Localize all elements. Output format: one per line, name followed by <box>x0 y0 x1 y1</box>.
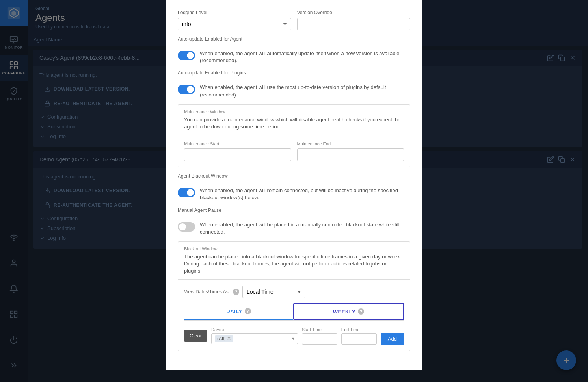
maintenance-window-desc: You can provide a maintenance window whi… <box>184 116 404 130</box>
manual-pause-desc: When enabled, the agent will be placed i… <box>200 221 410 236</box>
days-field-group: Day(s) (All) ✕ ▾ <box>211 327 298 344</box>
timezone-select[interactable]: Local Time UTC Agent Time <box>242 286 305 298</box>
auto-update-plugins-toggle[interactable] <box>178 85 195 94</box>
schedule-tabs: DAILY ? WEEKLY ? <box>184 303 404 321</box>
manual-pause-toggle-row: When enabled, the agent will be placed i… <box>178 221 410 236</box>
version-override-input[interactable] <box>297 18 411 30</box>
agent-config-modal: Logging Level info debug warn error Vers… <box>166 0 422 370</box>
weekly-info-icon[interactable]: ? <box>358 308 364 315</box>
version-override-label: Version Override <box>297 10 411 15</box>
auto-update-plugins-label-row: Auto-update Enabled for Plugins <box>178 70 410 78</box>
view-dates-label: View Dates/Times As: <box>184 289 230 295</box>
toggle-slider <box>178 51 195 60</box>
start-time-group: Start Time <box>302 327 337 345</box>
days-tag-all: (All) ✕ <box>215 335 233 342</box>
days-tag-close[interactable]: ✕ <box>227 336 231 341</box>
maintenance-start-field: Maintenance Start <box>184 141 291 161</box>
view-dates-info-icon[interactable]: ? <box>233 289 239 295</box>
tab-daily[interactable]: DAILY ? <box>184 303 293 320</box>
agent-blackout-window-toggle[interactable] <box>178 188 195 197</box>
logging-select[interactable]: info debug warn error <box>178 18 291 30</box>
maintenance-fields: Maintenance Start Maintenance End <box>178 135 410 167</box>
version-override-group: Version Override <box>297 10 411 30</box>
maintenance-window-box: Maintenance Window You can provide a mai… <box>178 104 410 167</box>
blackout-window-label: Agent Blackout Window <box>178 173 228 179</box>
maintenance-start-input[interactable] <box>184 148 291 161</box>
maintenance-header: Maintenance Window You can provide a mai… <box>178 105 410 135</box>
auto-update-agent-label: Auto-update Enabled for Agent <box>178 36 242 42</box>
end-time-input[interactable] <box>341 333 377 345</box>
days-select[interactable]: (All) ✕ ▾ <box>211 333 298 344</box>
logging-label: Logging Level <box>178 10 291 15</box>
daily-info-icon[interactable]: ? <box>245 308 251 314</box>
auto-update-plugins-label: Auto-update Enabled for Plugins <box>178 70 246 76</box>
manual-agent-pause-toggle[interactable] <box>178 222 195 232</box>
auto-update-plugins-desc: When enabled, the agent will use the mos… <box>200 84 410 98</box>
days-chevron-icon: ▾ <box>292 336 294 341</box>
end-time-group: End Time <box>341 327 377 345</box>
logging-group: Logging Level info debug warn error <box>178 10 291 30</box>
start-time-input[interactable] <box>302 333 337 345</box>
auto-update-plugins-label-group: Auto-update Enabled for Plugins <box>178 70 246 78</box>
maintenance-start-label: Maintenance Start <box>184 141 291 146</box>
tab-weekly[interactable]: WEEKLY ? <box>293 303 404 320</box>
toggle-slider-plugins <box>178 85 195 94</box>
schedule-row: Clear Day(s) (All) ✕ ▾ <box>184 326 404 345</box>
auto-update-agent-toggle-row: When enabled, the agent will automatical… <box>178 50 410 64</box>
modal-overlay: Logging Level info debug warn error Vers… <box>0 0 588 382</box>
toggle-slider-blackout <box>178 188 195 197</box>
blackout-window-box: Blackout Window The agent can be placed … <box>178 241 410 352</box>
tab-weekly-label: WEEKLY <box>333 309 355 315</box>
blackout-window-box-label: Blackout Window <box>184 247 404 251</box>
auto-update-agent-row: Auto-update Enabled for Agent <box>178 36 410 44</box>
days-label: Day(s) <box>211 327 298 332</box>
maintenance-window-label: Maintenance Window <box>184 109 404 114</box>
logging-version-row: Logging Level info debug warn error Vers… <box>178 10 410 30</box>
clear-button[interactable]: Clear <box>184 330 207 342</box>
add-button[interactable]: Add <box>381 333 404 345</box>
tab-daily-label: DAILY <box>226 308 242 314</box>
maintenance-end-input[interactable] <box>297 148 404 161</box>
toggle-slider-manual <box>178 222 195 232</box>
blackout-window-label-row: Agent Blackout Window <box>178 173 410 181</box>
auto-update-agent-label-group: Auto-update Enabled for Agent <box>178 36 242 44</box>
blackout-window-box-desc: The agent can be placed into a blackout … <box>184 253 404 275</box>
maintenance-end-label: Maintenance End <box>297 141 404 146</box>
start-time-label: Start Time <box>302 327 337 332</box>
manual-pause-label: Manual Agent Pause <box>178 208 221 213</box>
auto-update-agent-toggle[interactable] <box>178 51 195 60</box>
blackout-body: View Dates/Times As: ? Local Time UTC Ag… <box>178 280 410 351</box>
maintenance-end-field: Maintenance End <box>297 141 404 161</box>
view-dates-row: View Dates/Times As: ? Local Time UTC Ag… <box>184 286 404 298</box>
auto-update-plugins-toggle-row: When enabled, the agent will use the mos… <box>178 84 410 98</box>
blackout-window-desc: When enabled, the agent will remain conn… <box>200 187 410 201</box>
blackout-header: Blackout Window The agent can be placed … <box>178 242 410 280</box>
auto-update-agent-desc: When enabled, the agent will automatical… <box>200 50 410 64</box>
manual-pause-label-row: Manual Agent Pause <box>178 208 410 215</box>
blackout-window-toggle-row: When enabled, the agent will remain conn… <box>178 187 410 201</box>
end-time-label: End Time <box>341 327 377 332</box>
